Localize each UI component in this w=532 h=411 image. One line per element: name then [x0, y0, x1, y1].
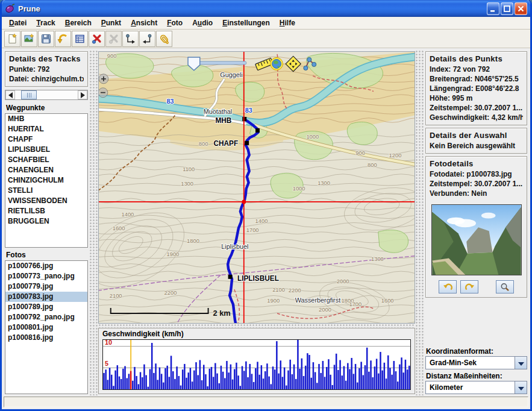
- rotate-left-button[interactable]: [439, 280, 457, 293]
- point-detail-line: Höhe: 995 m: [430, 93, 523, 103]
- add-photo-button[interactable]: [21, 31, 37, 47]
- track-position-scrollbar[interactable]: [5, 90, 88, 100]
- selection-detail-line: Kein Bereich ausgewählt: [430, 141, 523, 151]
- menu-bereich[interactable]: Bereich: [60, 17, 96, 28]
- photo-thumbnail: [431, 204, 522, 275]
- waypoint-list-item[interactable]: CHINZIGCHULM: [5, 175, 87, 186]
- photo-popup-button[interactable]: [496, 280, 514, 293]
- photo-list-item[interactable]: p1000816.jpg: [5, 333, 87, 343]
- map-canvas[interactable]: 9008001000900120080011001300130010001400…: [99, 52, 415, 323]
- right-split-divider[interactable]: [415, 50, 424, 395]
- scrollbar-right-arrow[interactable]: [78, 90, 87, 99]
- scrollbar-thumb[interactable]: [21, 90, 37, 99]
- connect-photo-button[interactable]: [156, 31, 172, 47]
- zoom-slider-track[interactable]: [198, 61, 246, 64]
- center-panel: 9008001000900120080011001300130010001400…: [98, 50, 415, 395]
- rotate-right-button[interactable]: [460, 280, 478, 293]
- waypoint-list-item[interactable]: RIETLILSB: [5, 206, 87, 216]
- left-split-divider[interactable]: [89, 50, 98, 395]
- photo-list-item[interactable]: p1000792_pano.jpg: [5, 312, 87, 322]
- new-file-button[interactable]: [4, 31, 20, 47]
- photo-detail-line: Verbunden: Nein: [430, 189, 523, 198]
- svg-text:83: 83: [166, 98, 174, 105]
- menu-datei[interactable]: Datei: [4, 17, 31, 28]
- waypoint-list-item[interactable]: SCHAFBIEL: [5, 155, 87, 165]
- globe-icon[interactable]: [271, 57, 283, 70]
- distance-units-dropdown-arrow[interactable]: [515, 381, 527, 394]
- selection-details-title: Details der Auswahl: [430, 131, 523, 140]
- svg-text:800: 800: [199, 140, 208, 147]
- distance-units-select[interactable]: Kilometer: [425, 381, 527, 394]
- menu-ansicht[interactable]: Ansicht: [126, 17, 162, 28]
- svg-text:2200: 2200: [164, 289, 177, 296]
- delete-range-button: [105, 31, 122, 47]
- set-range-start-button[interactable]: [122, 31, 139, 47]
- minimize-button[interactable]: [487, 2, 499, 15]
- undo-button[interactable]: [55, 31, 71, 47]
- svg-text:1200: 1200: [389, 152, 402, 158]
- point-detail-line: Längengrad: E008°46'22.8: [430, 84, 523, 93]
- photo-details-box: Fotodetails Fotodatei: p1000783.jpgZeits…: [425, 156, 527, 298]
- waypoint-list-item[interactable]: STELLI: [5, 186, 87, 196]
- save-button[interactable]: [38, 31, 54, 47]
- waypoint-list-item[interactable]: HUERITAL: [5, 124, 87, 134]
- menu-hilfe[interactable]: Hilfe: [275, 17, 300, 28]
- menu-punkt[interactable]: Punkt: [96, 17, 126, 28]
- maximize-button[interactable]: [501, 2, 513, 15]
- photos-list[interactable]: p1000766.jpgp1000773_pano.jpgp1000779.jp…: [5, 260, 88, 395]
- map-view[interactable]: 9008001000900120080011001300130010001400…: [98, 51, 415, 324]
- point-detail-line: Zeitstempel: 30.07.2007 1...: [430, 103, 523, 113]
- waypoints-list[interactable]: MHBHUERITALCHAPFLIPLISBUELSCHAFBIELCHAEN…: [5, 113, 88, 248]
- photo-list-item[interactable]: p1000789.jpg: [5, 302, 87, 312]
- menu-foto[interactable]: Foto: [162, 17, 187, 28]
- map-zoom-in-button[interactable]: [99, 74, 108, 84]
- edit-point-button[interactable]: [72, 31, 88, 47]
- crosshair-center-dot: [242, 199, 246, 204]
- waypoint-list-item[interactable]: BRUGGLEN: [5, 216, 87, 227]
- photo-list-item[interactable]: p1000766.jpg: [5, 261, 87, 271]
- titlebar: Prune: [2, 0, 530, 17]
- menu-audio[interactable]: Audio: [187, 17, 217, 28]
- svg-text:1300: 1300: [371, 256, 384, 262]
- svg-text:2000: 2000: [337, 278, 349, 284]
- scrollbar-left-arrow[interactable]: [5, 90, 15, 99]
- waypoint-list-item[interactable]: CHAPF: [5, 134, 87, 145]
- track-details-box: Details des Tracks Punkte: 792Datei: chi…: [5, 51, 88, 87]
- menu-track[interactable]: Track: [31, 17, 60, 28]
- point-detail-line: Breitengrad: N046°57'25.5: [430, 74, 523, 84]
- window-title: Prune: [18, 4, 486, 13]
- svg-text:1600: 1600: [113, 225, 125, 231]
- close-button[interactable]: [515, 2, 527, 15]
- photo-list-item[interactable]: p1000779.jpg: [5, 281, 87, 292]
- photos-label: Fotos: [6, 251, 87, 259]
- chart-plot-area[interactable]: 510: [102, 339, 411, 390]
- set-range-end-button[interactable]: [139, 31, 155, 47]
- coordinate-format-select[interactable]: Grad-Min-Sek: [425, 356, 527, 369]
- waypoint-list-item[interactable]: LIPLISBUEL: [5, 145, 87, 155]
- svg-text:83: 83: [245, 107, 252, 114]
- svg-text:1400: 1400: [121, 211, 134, 218]
- chart-title: Geschwindigkeit (km/h): [102, 330, 411, 338]
- photo-list-item[interactable]: p1000773_pano.jpg: [5, 271, 87, 281]
- menubar: DateiTrackBereichPunktAnsichtFotoAudioEi…: [2, 17, 530, 30]
- coordinate-format-dropdown-arrow[interactable]: [515, 357, 527, 369]
- map-chart-divider[interactable]: [98, 324, 415, 328]
- svg-text:5: 5: [105, 360, 108, 367]
- photo-list-item[interactable]: p1000783.jpg: [5, 292, 87, 302]
- svg-text:Liplisbuel: Liplisbuel: [221, 243, 248, 250]
- svg-text:10: 10: [105, 340, 112, 346]
- waypoint-list-item[interactable]: VWISSENBODEN: [5, 196, 87, 206]
- waypoint-list-item[interactable]: CHAENGLEN: [5, 165, 87, 175]
- left-panel: Details des Tracks Punkte: 792Datei: chi…: [4, 50, 89, 395]
- point-details-box: Details des Punkts Index: 72 von 792Brei…: [425, 51, 527, 125]
- svg-text:1700: 1700: [349, 301, 361, 307]
- menu-einstellungen[interactable]: Einstellungen: [217, 17, 275, 28]
- svg-text:Muotathal: Muotathal: [204, 108, 233, 115]
- map-zoom-out-button[interactable]: [99, 88, 108, 98]
- photo-list-item[interactable]: p1000801.jpg: [5, 322, 87, 333]
- scrollbar-track[interactable]: [15, 90, 78, 99]
- waypoint-list-item[interactable]: MHB: [5, 114, 87, 124]
- speed-chart-svg[interactable]: 510: [103, 340, 410, 389]
- photo-buttons-row: [430, 280, 523, 293]
- delete-point-button[interactable]: [89, 31, 105, 47]
